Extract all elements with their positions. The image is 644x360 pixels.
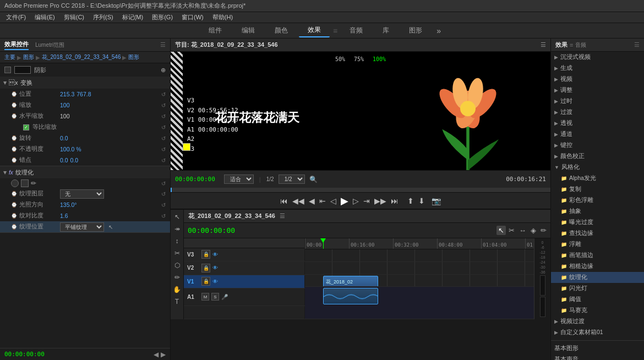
hand-tool[interactable]: ✋ [172, 285, 182, 294]
fit-dropdown[interactable]: 适合 [224, 174, 254, 184]
fraction-dropdown[interactable]: 1/2 [279, 174, 305, 184]
cat-stylize[interactable]: ▼ 风格化 [551, 162, 644, 173]
a1-m[interactable]: M [201, 293, 209, 301]
lumetri-tab[interactable]: Lumetri范围 [35, 41, 64, 49]
goto-in-btn[interactable]: ⇤ [319, 197, 326, 205]
v3-lock[interactable]: 🔒 [201, 250, 210, 259]
tl-ripple[interactable]: ↔ [517, 226, 528, 235]
light-dir-value[interactable]: 135.0° [60, 201, 77, 208]
uniform-scale-checkbox[interactable]: ✓ [23, 124, 29, 130]
top-tab-颜色[interactable]: 颜色 [266, 24, 297, 37]
prev-frame-btn[interactable]: ◁ [330, 197, 336, 205]
texture-placement-dropdown[interactable]: 平铺纹理 [60, 222, 104, 232]
tl-slip[interactable]: ◈ [529, 226, 538, 235]
v3-content[interactable] [305, 249, 534, 261]
menu-item-f[interactable]: 文件(F) [2, 13, 30, 22]
shadow-color-swatch[interactable] [14, 66, 31, 74]
menu-item-w[interactable]: 窗口(W) [178, 13, 208, 22]
magnify-icon[interactable]: 🔍 [308, 176, 319, 183]
track-select-tool[interactable]: ↠ [173, 224, 181, 234]
rect-shape[interactable] [21, 179, 29, 187]
tab-more[interactable]: » [433, 26, 444, 35]
pencil-tool[interactable]: ✏ [31, 179, 39, 187]
breadcrumb-clip[interactable]: 花_2018_02_09_22_33_34_546 [42, 53, 121, 61]
effect-mosaic[interactable]: 📁 马赛克 [551, 305, 644, 316]
effect-texturize[interactable]: 📁 纹理化 [551, 272, 644, 283]
pen-tool[interactable]: ✏ [173, 272, 181, 282]
top-tab-库[interactable]: 库 [374, 24, 398, 37]
v2-content[interactable] [305, 262, 534, 274]
select-tool[interactable]: ↖ [173, 212, 181, 222]
uniform-scale-reset[interactable]: ↺ [161, 124, 166, 130]
position-stopwatch[interactable]: ⌚ [11, 91, 17, 97]
opacity-value[interactable]: 100.0 % [60, 146, 81, 152]
menu-item-g[interactable]: 图形(G) [148, 13, 177, 22]
top-tab-音频[interactable]: 音频 [341, 24, 372, 37]
v2-lock[interactable]: 🔒 [201, 264, 210, 272]
ripple-tool[interactable]: ↕ [174, 236, 180, 246]
position-y[interactable]: 767.8 [77, 91, 91, 97]
tl-select[interactable]: ↖ [496, 226, 506, 235]
effects-panel-menu[interactable]: ☰ [634, 41, 640, 48]
effect-controls-title[interactable]: 效果控件 [4, 40, 29, 50]
panel-menu-icon[interactable]: ☰ [160, 41, 166, 48]
rotation-value[interactable]: 0.0 [60, 135, 68, 141]
scrub-head[interactable] [171, 188, 172, 192]
effect-find-edges[interactable]: 📁 查找边缘 [551, 228, 644, 239]
anchor-reset[interactable]: ↺ [161, 157, 166, 163]
camera-btn[interactable]: 📷 [432, 197, 441, 205]
step-back-btn[interactable]: ⏮ [280, 197, 288, 205]
menu-item-s[interactable]: 序列(S) [89, 13, 117, 22]
rotation-reset[interactable]: ↺ [161, 135, 166, 141]
monitor-menu[interactable]: ☰ [541, 41, 546, 48]
tl-pen[interactable]: ✏ [539, 226, 548, 235]
hscale-value[interactable]: 100 [60, 113, 70, 119]
scrub-bar[interactable] [171, 188, 550, 192]
cat-adjust[interactable]: ▶ 调整 [551, 85, 644, 96]
cat-video-trans[interactable]: ▶ 视频过渡 [551, 316, 644, 327]
slip-tool[interactable]: ⬡ [173, 260, 181, 270]
scale-stopwatch[interactable]: ⌚ [11, 102, 17, 108]
menu-item-e[interactable]: 编辑(E) [31, 13, 59, 22]
cat-keying[interactable]: ▶ 键控 [551, 140, 644, 151]
lift-btn[interactable]: ⬆ [407, 197, 414, 205]
timeline-menu[interactable]: ☰ [280, 212, 285, 220]
hscale-reset[interactable]: ↺ [161, 113, 166, 119]
cat-video[interactable]: ▶ 视频 [551, 74, 644, 85]
v1-lock[interactable]: 🔒 [201, 277, 210, 286]
top-tab-组件[interactable]: 组件 [200, 24, 231, 37]
effect-color-emboss[interactable]: 📁 彩色浮雕 [551, 195, 644, 206]
effect-overexpose[interactable]: 📁 曝光过度 [551, 217, 644, 228]
hscale-stopwatch[interactable]: ⌚ [11, 113, 17, 119]
effect-alpha-glow[interactable]: 📁 Alpha发光 [551, 173, 644, 184]
ec-nav-prev[interactable]: ◀ [154, 351, 159, 358]
frame-back-btn[interactable]: ◀◀ [292, 197, 304, 205]
breadcrumb-graphic[interactable]: 图形 [23, 53, 34, 61]
tex-contrast-reset[interactable]: ↺ [161, 213, 166, 219]
tl-ruler[interactable]: 00:00 00:16:00 00:32:00 00:48:00 01:04:0… [305, 238, 534, 249]
play-btn[interactable]: ▶ [341, 195, 348, 207]
texture-layer-stopwatch[interactable]: ⌚ [11, 191, 17, 197]
menu-item-m[interactable]: 标记(M) [118, 13, 148, 22]
ec-nav-next[interactable]: ▶ [161, 351, 166, 358]
a1-clip[interactable] [323, 288, 378, 304]
eyedropper-icon[interactable]: ⊕ [161, 67, 166, 74]
breadcrumb-item[interactable]: 图形 [128, 53, 139, 61]
top-tab-效果[interactable]: 效果 [299, 24, 330, 37]
effect-strobe[interactable]: 📁 闪光灯 [551, 283, 644, 294]
step-fwd-btn[interactable]: ⏭ [391, 197, 399, 205]
cat-immersive[interactable]: ▶ 沉浸式视频 [551, 52, 644, 63]
a1-content[interactable] [305, 287, 534, 307]
v3-vis[interactable]: 👁 [212, 252, 218, 258]
goto-out-btn[interactable]: ⇥ [363, 197, 370, 205]
shape-reset[interactable]: ↺ [161, 181, 166, 187]
menu-item-c[interactable]: 剪辑(C) [60, 13, 88, 22]
anchor-y[interactable]: 0.0 [70, 157, 79, 163]
opacity-stopwatch[interactable]: ⌚ [11, 146, 17, 152]
shadow-checkbox[interactable] [4, 67, 11, 73]
effect-emboss[interactable]: 📁 浮雕 [551, 239, 644, 250]
v1-content[interactable]: 花_2018_02 [305, 275, 534, 287]
rotation-stopwatch[interactable]: ⌚ [11, 135, 17, 141]
fwd-btn[interactable]: ▶▶ [374, 197, 386, 205]
top-tab-编辑[interactable]: 编辑 [233, 24, 264, 37]
